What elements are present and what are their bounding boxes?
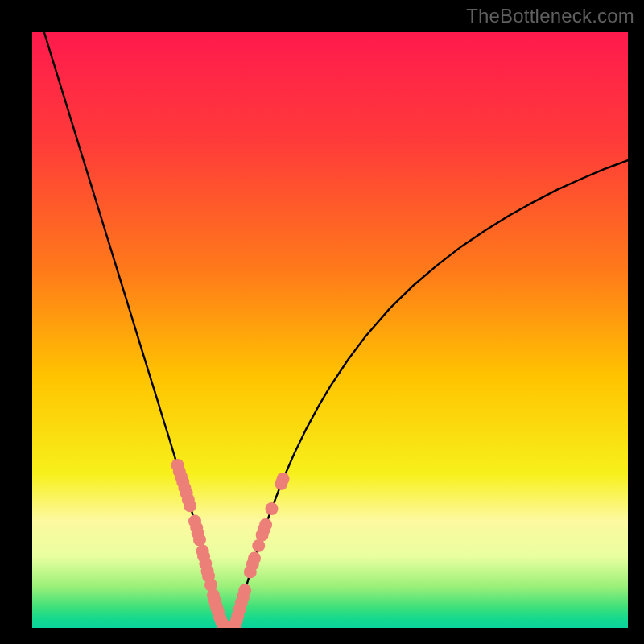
data-marker [248, 551, 261, 564]
data-marker [184, 499, 196, 512]
data-marker [277, 473, 290, 485]
chart-container: TheBottleneck.com [0, 0, 644, 644]
data-marker [259, 518, 272, 531]
data-marker [193, 533, 206, 546]
plot-area [32, 32, 628, 628]
watermark-text: TheBottleneck.com [466, 5, 634, 27]
gradient-background [32, 32, 628, 628]
data-marker [265, 502, 278, 515]
chart-svg [32, 32, 628, 628]
data-marker [238, 584, 251, 597]
